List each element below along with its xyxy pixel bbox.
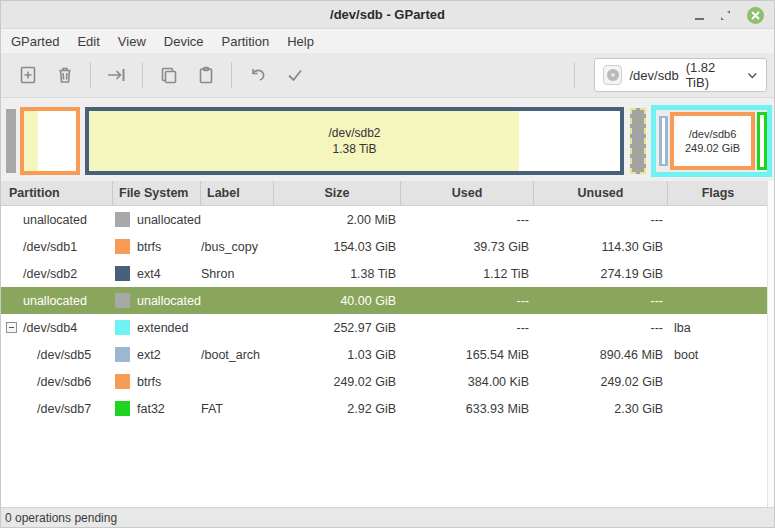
used-cell: ---: [401, 206, 534, 233]
menu-edit[interactable]: Edit: [68, 31, 108, 52]
menubar: GParted Edit View Device Partition Help: [1, 29, 774, 53]
restore-button[interactable]: [720, 10, 731, 21]
flags-cell: [668, 233, 769, 260]
size-cell: 252.97 GiB: [274, 314, 401, 341]
column-header-size[interactable]: Size: [274, 181, 401, 205]
visual-segment-sdb1[interactable]: [20, 107, 80, 175]
unused-cell: ---: [534, 287, 668, 314]
device-selector[interactable]: /dev/sdb (1.82 TiB): [594, 58, 767, 92]
filesystem-name: unallocated: [137, 294, 201, 308]
filesystem-color-swatch: [115, 293, 130, 308]
window-controls: [695, 1, 764, 29]
toolbar-separator: [574, 62, 575, 88]
visual-segment-sdb7[interactable]: [757, 112, 767, 170]
used-cell: 633.93 MiB: [401, 395, 534, 422]
menu-help[interactable]: Help: [278, 31, 323, 52]
delete-partition-button[interactable]: [46, 58, 83, 92]
filesystem-color-swatch: [115, 347, 130, 362]
size-cell: 2.00 MiB: [274, 206, 401, 233]
table-row[interactable]: /dev/sdb5 ext2 /boot_arch 1.03 GiB 165.5…: [1, 341, 769, 368]
column-header-unused[interactable]: Unused: [534, 181, 668, 205]
filesystem-color-swatch: [115, 320, 130, 335]
partition-name: /dev/sdb5: [1, 341, 113, 368]
table-row[interactable]: /dev/sdb7 fat32 FAT 2.92 GiB 633.93 MiB …: [1, 395, 769, 422]
segment-size: 249.02 GiB: [685, 141, 740, 155]
unused-cell: 2.30 GiB: [534, 395, 668, 422]
used-cell: 165.54 MiB: [401, 341, 534, 368]
partition-name: /dev/sdb4: [1, 314, 113, 341]
filesystem-cell: unallocated: [113, 287, 201, 314]
resize-move-button[interactable]: [98, 58, 135, 92]
scrollbar-gutter[interactable]: [767, 181, 774, 507]
new-partition-button[interactable]: [9, 58, 46, 92]
filesystem-color-swatch: [115, 401, 130, 416]
flags-cell: [668, 206, 769, 233]
device-name: /dev/sdb: [629, 68, 678, 83]
table-row[interactable]: unallocated unallocated 2.00 MiB --- ---: [1, 206, 769, 233]
filesystem-name: ext4: [137, 267, 161, 281]
visual-segment-sdb5[interactable]: [659, 116, 668, 166]
menu-device[interactable]: Device: [155, 31, 213, 52]
visual-segment-sdb2[interactable]: /dev/sdb2 1.38 TiB: [85, 107, 624, 175]
partition-name: unallocated: [1, 287, 113, 314]
paste-button[interactable]: [187, 58, 224, 92]
new-partition-icon: [18, 65, 38, 85]
unused-cell: 249.02 GiB: [534, 368, 668, 395]
label-cell: [201, 287, 274, 314]
undo-button[interactable]: [239, 58, 276, 92]
filesystem-name: unallocated: [137, 213, 201, 227]
label-cell: /bus_copy: [201, 233, 274, 260]
unused-cell: ---: [534, 206, 668, 233]
hard-disk-icon: [603, 65, 622, 85]
unused-cell: 114.30 GiB: [534, 233, 668, 260]
statusbar: 0 operations pending: [1, 507, 774, 527]
label-cell: [201, 368, 274, 395]
toolbar-separator: [142, 62, 143, 88]
table-row[interactable]: /dev/sdb6 btrfs 249.02 GiB 384.00 KiB 24…: [1, 368, 769, 395]
used-cell: ---: [401, 287, 534, 314]
column-header-used[interactable]: Used: [401, 181, 534, 205]
menu-gparted[interactable]: GParted: [2, 31, 68, 52]
menu-view[interactable]: View: [109, 31, 155, 52]
segment-name: /dev/sdb2: [328, 125, 380, 141]
menu-partition[interactable]: Partition: [213, 31, 279, 52]
size-cell: 249.02 GiB: [274, 368, 401, 395]
column-header-label[interactable]: Label: [201, 181, 274, 205]
copy-button[interactable]: [150, 58, 187, 92]
visual-segment-unallocated-1[interactable]: [6, 109, 16, 173]
visual-segment-unallocated-selected[interactable]: [630, 108, 646, 174]
filesystem-name: ext2: [137, 348, 161, 362]
partition-name: /dev/sdb6: [1, 368, 113, 395]
label-cell: /boot_arch: [201, 341, 274, 368]
partition-table: Partition File System Label Size Used Un…: [1, 181, 774, 507]
delete-partition-icon: [55, 65, 75, 85]
used-cell: 384.00 KiB: [401, 368, 534, 395]
table-row[interactable]: /dev/sdb4 extended 252.97 GiB --- --- lb…: [1, 314, 769, 341]
table-row[interactable]: /dev/sdb1 btrfs /bus_copy 154.03 GiB 39.…: [1, 233, 769, 260]
gparted-window: /dev/sdb - GParted GParted Edit View Dev…: [0, 0, 775, 528]
visual-segment-sdb4-extended[interactable]: /dev/sdb6 249.02 GiB: [651, 105, 772, 177]
flags-cell: [668, 368, 769, 395]
column-header-filesystem[interactable]: File System: [113, 181, 201, 205]
filesystem-cell: btrfs: [113, 233, 201, 260]
filesystem-color-swatch: [115, 266, 130, 281]
flags-cell: [668, 287, 769, 314]
segment-size: 1.38 TiB: [332, 141, 376, 157]
copy-icon: [159, 65, 179, 85]
minimize-button[interactable]: [695, 6, 704, 24]
table-row-selected[interactable]: unallocated unallocated 40.00 GiB --- --…: [1, 287, 769, 314]
size-cell: 1.03 GiB: [274, 341, 401, 368]
visual-segment-sdb6[interactable]: /dev/sdb6 249.02 GiB: [670, 112, 755, 170]
apply-button[interactable]: [276, 58, 313, 92]
size-cell: 154.03 GiB: [274, 233, 401, 260]
size-cell: 1.38 TiB: [274, 260, 401, 287]
collapse-expander-icon[interactable]: [6, 322, 17, 333]
table-row[interactable]: /dev/sdb2 ext4 Shron 1.38 TiB 1.12 TiB 2…: [1, 260, 769, 287]
column-header-partition[interactable]: Partition: [1, 181, 113, 205]
filesystem-color-swatch: [115, 239, 130, 254]
table-header: Partition File System Label Size Used Un…: [1, 181, 769, 206]
segment-label: /dev/sdb2 1.38 TiB: [89, 111, 620, 171]
close-button[interactable]: [747, 7, 764, 24]
column-header-flags[interactable]: Flags: [668, 181, 769, 205]
paste-icon: [196, 65, 216, 85]
